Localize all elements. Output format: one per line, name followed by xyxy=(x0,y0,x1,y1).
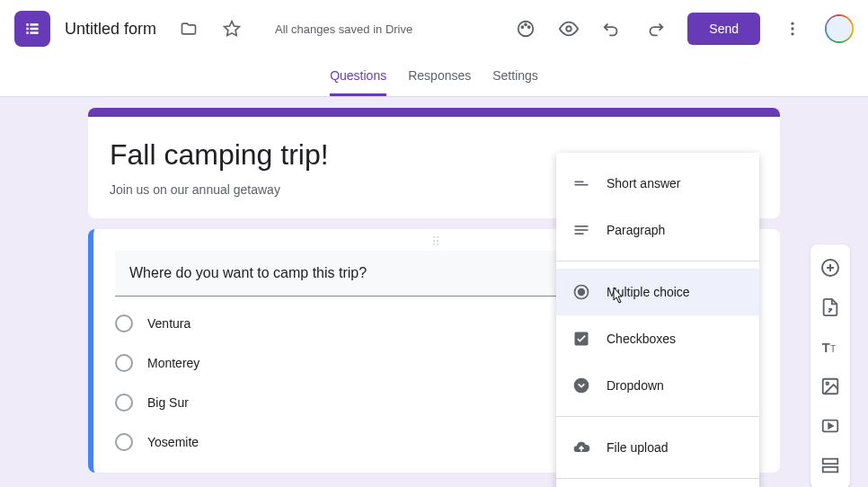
option-label[interactable]: Yosemite xyxy=(147,435,199,449)
text-icon: TT xyxy=(820,337,840,357)
type-short-answer[interactable]: Short answer xyxy=(556,160,759,207)
redo-button[interactable] xyxy=(637,11,673,47)
app-header: Untitled form All changes saved in Drive… xyxy=(0,0,868,58)
side-toolbar: TT xyxy=(810,244,850,487)
menu-divider xyxy=(556,261,759,261)
add-video-button[interactable] xyxy=(814,410,846,442)
svg-rect-4 xyxy=(26,31,29,34)
add-question-button[interactable] xyxy=(814,252,846,284)
svg-marker-39 xyxy=(828,423,833,429)
add-image-toolbar-button[interactable] xyxy=(814,370,846,403)
paragraph-icon xyxy=(571,219,592,241)
folder-icon xyxy=(180,20,198,38)
svg-marker-6 xyxy=(225,22,240,36)
eye-icon xyxy=(559,19,579,39)
section-icon xyxy=(820,456,840,475)
cloud-upload-icon xyxy=(571,437,592,458)
undo-button[interactable] xyxy=(594,11,630,47)
menu-divider xyxy=(556,416,759,417)
svg-point-25 xyxy=(574,378,589,394)
radio-button-icon xyxy=(571,281,592,303)
add-title-button[interactable]: TT xyxy=(814,331,846,363)
type-multiple-choice[interactable]: Multiple choice xyxy=(556,269,759,315)
radio-icon xyxy=(115,314,133,332)
tab-questions[interactable]: Questions xyxy=(330,58,386,96)
redo-icon xyxy=(645,19,665,39)
type-dropdown[interactable]: Dropdown xyxy=(556,362,759,409)
radio-icon xyxy=(115,433,133,451)
short-answer-icon xyxy=(571,173,592,194)
type-file-upload[interactable]: File upload xyxy=(556,424,759,471)
star-button[interactable] xyxy=(214,11,250,47)
svg-point-8 xyxy=(522,26,524,28)
svg-rect-2 xyxy=(26,28,29,31)
type-checkboxes[interactable]: Checkboxes xyxy=(556,315,759,362)
dropdown-circle-icon xyxy=(571,375,592,396)
add-section-button[interactable] xyxy=(814,449,846,482)
more-vertical-icon xyxy=(784,20,802,38)
undo-icon xyxy=(602,19,622,39)
checkbox-icon xyxy=(571,328,592,350)
option-label[interactable]: Big Sur xyxy=(147,395,189,410)
tab-settings[interactable]: Settings xyxy=(492,58,538,96)
svg-point-37 xyxy=(826,382,828,385)
move-to-folder-button[interactable] xyxy=(171,11,207,47)
svg-point-23 xyxy=(579,289,585,296)
svg-text:T: T xyxy=(822,341,830,355)
svg-point-9 xyxy=(525,24,527,26)
svg-rect-18 xyxy=(575,184,589,186)
svg-rect-1 xyxy=(31,23,39,26)
star-icon xyxy=(223,20,241,38)
svg-rect-20 xyxy=(575,229,589,231)
svg-rect-3 xyxy=(31,28,39,31)
send-button[interactable]: Send xyxy=(687,13,760,45)
option-label[interactable]: Ventura xyxy=(147,316,190,331)
import-questions-button[interactable] xyxy=(814,291,846,323)
svg-point-14 xyxy=(791,32,793,35)
video-icon xyxy=(820,416,840,436)
radio-icon xyxy=(115,394,133,412)
save-status: All changes saved in Drive xyxy=(275,22,412,36)
svg-rect-19 xyxy=(575,226,589,227)
customize-theme-button[interactable] xyxy=(508,11,544,47)
svg-rect-17 xyxy=(575,182,584,183)
import-icon xyxy=(820,297,840,317)
preview-button[interactable] xyxy=(551,11,587,47)
svg-rect-21 xyxy=(575,233,584,235)
svg-point-13 xyxy=(791,27,793,30)
question-type-menu: Short answer Paragraph Multiple choice C… xyxy=(556,153,759,487)
radio-icon xyxy=(115,354,133,372)
svg-rect-41 xyxy=(823,467,838,473)
editor-tabs: Questions Responses Settings xyxy=(0,58,868,97)
form-title-input[interactable]: Untitled form xyxy=(65,20,156,39)
svg-point-11 xyxy=(567,26,572,31)
image-icon xyxy=(820,376,840,396)
palette-icon xyxy=(516,19,536,39)
more-options-button[interactable] xyxy=(775,11,810,47)
svg-text:T: T xyxy=(830,344,836,354)
svg-point-12 xyxy=(791,22,793,25)
svg-rect-0 xyxy=(26,23,29,26)
forms-logo[interactable] xyxy=(14,11,50,47)
account-avatar[interactable] xyxy=(825,14,854,43)
svg-rect-40 xyxy=(823,459,838,465)
plus-circle-icon xyxy=(819,257,841,279)
type-paragraph[interactable]: Paragraph xyxy=(556,207,759,253)
tab-responses[interactable]: Responses xyxy=(408,58,471,96)
svg-rect-5 xyxy=(31,31,39,34)
menu-divider xyxy=(556,478,759,479)
svg-point-10 xyxy=(528,26,530,28)
option-label[interactable]: Monterey xyxy=(147,356,199,370)
drag-handle-icon[interactable]: ⠿ xyxy=(431,235,442,249)
